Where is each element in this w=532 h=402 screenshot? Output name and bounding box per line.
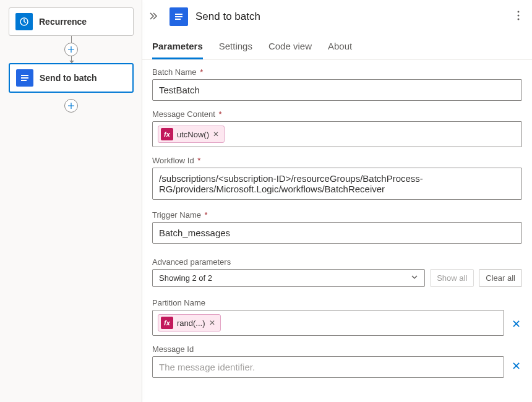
fx-icon: fx bbox=[161, 317, 173, 329]
remove-token-button[interactable]: ✕ bbox=[213, 130, 219, 139]
svg-point-8 bbox=[518, 14, 520, 16]
add-step-button[interactable] bbox=[64, 99, 78, 113]
svg-rect-5 bbox=[175, 16, 182, 17]
batch-icon bbox=[169, 7, 188, 26]
svg-rect-4 bbox=[175, 14, 182, 15]
collapse-panel-button[interactable] bbox=[147, 9, 162, 25]
batch-name-input[interactable] bbox=[152, 79, 522, 101]
svg-rect-1 bbox=[21, 75, 28, 76]
remove-partition-button[interactable]: ✕ bbox=[510, 314, 522, 336]
connector bbox=[9, 36, 134, 63]
token-label: utcNow() bbox=[177, 130, 209, 139]
svg-point-7 bbox=[518, 11, 520, 12]
message-content-input[interactable]: fx utcNow() ✕ bbox=[152, 121, 522, 147]
tab-parameters[interactable]: Parameters bbox=[152, 33, 203, 59]
tab-settings[interactable]: Settings bbox=[219, 33, 252, 59]
show-all-button[interactable]: Show all bbox=[430, 269, 474, 287]
batch-name-label: Batch Name * bbox=[152, 67, 522, 77]
fx-icon: fx bbox=[161, 128, 173, 140]
message-id-label: Message Id bbox=[152, 344, 504, 354]
workflow-id-input[interactable]: /subscriptions/<subscription-ID>/resourc… bbox=[152, 168, 522, 200]
add-step-button[interactable] bbox=[64, 43, 78, 56]
svg-rect-2 bbox=[21, 77, 28, 79]
node-send-to-batch[interactable]: Send to batch bbox=[9, 63, 134, 93]
node-recurrence[interactable]: Recurrence bbox=[9, 7, 134, 36]
partition-name-label: Partition Name bbox=[152, 298, 504, 307]
advanced-params-select[interactable]: Showing 2 of 2 bbox=[152, 269, 425, 287]
svg-point-9 bbox=[518, 18, 520, 20]
clear-all-button[interactable]: Clear all bbox=[479, 269, 522, 287]
panel-title: Send to batch bbox=[195, 11, 507, 23]
clock-icon bbox=[15, 13, 33, 30]
remove-message-id-button[interactable]: ✕ bbox=[510, 356, 522, 378]
tab-bar: Parameters Settings Code view About bbox=[142, 33, 532, 60]
action-config-panel: Send to batch Parameters Settings Code v… bbox=[142, 0, 532, 402]
expression-token[interactable]: fx utcNow() ✕ bbox=[158, 126, 225, 143]
batch-icon bbox=[16, 69, 33, 87]
node-title: Send to batch bbox=[40, 73, 97, 83]
parameters-form: Batch Name * Message Content * fx utcNow… bbox=[142, 60, 532, 385]
partition-name-input[interactable]: fx rand(...) ✕ bbox=[152, 310, 504, 336]
tab-code-view[interactable]: Code view bbox=[268, 33, 312, 59]
remove-token-button[interactable]: ✕ bbox=[209, 319, 215, 327]
panel-header: Send to batch bbox=[142, 0, 532, 33]
message-id-input[interactable] bbox=[152, 356, 504, 378]
chevron-down-icon bbox=[411, 273, 418, 283]
tab-about[interactable]: About bbox=[328, 33, 352, 59]
workflow-canvas: Recurrence Send to batch bbox=[0, 0, 142, 402]
node-title: Recurrence bbox=[39, 17, 87, 27]
svg-rect-3 bbox=[21, 80, 27, 81]
expression-token[interactable]: fx rand(...) ✕ bbox=[158, 314, 221, 331]
more-menu-button[interactable] bbox=[515, 8, 522, 26]
message-content-label: Message Content * bbox=[152, 109, 522, 119]
workflow-id-label: Workflow Id * bbox=[152, 156, 522, 165]
svg-rect-6 bbox=[175, 19, 181, 20]
select-value: Showing 2 of 2 bbox=[159, 273, 212, 283]
trigger-name-input[interactable] bbox=[152, 222, 522, 244]
trigger-name-label: Trigger Name * bbox=[152, 210, 522, 220]
advanced-params-label: Advanced parameters bbox=[152, 257, 522, 267]
token-label: rand(...) bbox=[177, 319, 205, 328]
